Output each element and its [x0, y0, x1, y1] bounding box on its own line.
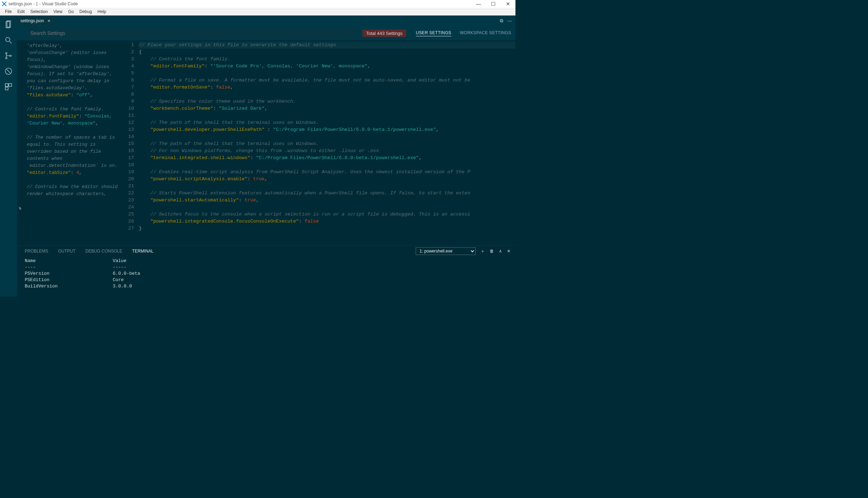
edit-pencil-icon[interactable]: ✎	[18, 205, 21, 212]
svg-point-6	[10, 55, 11, 56]
svg-rect-9	[5, 84, 8, 86]
menu-go[interactable]: Go	[65, 9, 77, 14]
svg-rect-11	[5, 87, 8, 90]
menu-view[interactable]: View	[50, 9, 65, 14]
code-line[interactable]: "editor.fontFamily": "'Source Code Pro',…	[139, 63, 370, 69]
split-editor-icon[interactable]: ⧉	[500, 18, 503, 24]
tab-close-icon[interactable]: ×	[48, 18, 50, 24]
vscode-logo-icon	[1, 1, 7, 7]
default-setting-line: // Controls how the editor should render…	[27, 183, 120, 198]
default-setting-line: "editor.tabSize": 4,	[27, 169, 120, 176]
more-actions-icon[interactable]: ⋯	[507, 18, 512, 24]
code-line[interactable]: {	[139, 49, 142, 55]
code-line[interactable]: "editor.formatOnSave": false,	[139, 85, 233, 90]
new-terminal-icon[interactable]: ＋	[481, 248, 485, 254]
default-setting-line: "editor.fontFamily": "Consolas, 'Courier…	[27, 113, 120, 127]
menu-edit[interactable]: Edit	[14, 9, 27, 14]
kill-terminal-icon[interactable]: 🗑	[490, 249, 494, 254]
bottom-panel: PROBLEMSOUTPUTDEBUG CONSOLETERMINAL 1: p…	[17, 245, 515, 297]
code-line[interactable]: // The path of the shell that the termin…	[139, 141, 319, 146]
window-title: settings.json - 1 - Visual Studio Code	[8, 1, 78, 6]
default-setting-line: "files.autoSave": "off",	[27, 92, 120, 99]
extensions-icon[interactable]	[0, 80, 17, 94]
maximize-panel-icon[interactable]: ∧	[499, 249, 502, 254]
default-setting-line	[27, 176, 120, 183]
tab-settings-json[interactable]: settings.json ×	[17, 16, 54, 26]
svg-rect-10	[9, 84, 12, 86]
menu-file[interactable]: File	[2, 9, 14, 14]
code-line[interactable]: // The path of the shell that the termin…	[139, 120, 319, 125]
editor-tab-bar: settings.json × ⧉ ⋯	[17, 16, 515, 26]
explorer-icon[interactable]	[0, 18, 17, 32]
default-settings-pane[interactable]: ✎ 'afterDelay','onFocusChange' (editor l…	[17, 40, 123, 245]
svg-line-3	[10, 41, 12, 43]
default-setting-line	[27, 99, 120, 106]
svg-point-2	[6, 37, 10, 42]
total-settings-badge: Total 443 Settings	[362, 30, 406, 37]
search-settings-input[interactable]	[27, 29, 358, 38]
panel-tab-problems[interactable]: PROBLEMS	[25, 249, 48, 254]
terminal-select[interactable]: 1: powershell.exe	[416, 247, 476, 255]
code-line[interactable]: "workbench.colorTheme": "Solarized Dark"…	[139, 106, 268, 111]
search-icon[interactable]	[0, 33, 17, 47]
default-setting-line: // The number of spaces a tab is equal t…	[27, 134, 120, 169]
panel-tabs: PROBLEMSOUTPUTDEBUG CONSOLETERMINAL 1: p…	[17, 246, 515, 256]
code-line[interactable]: "powershell.scriptAnalysis.enable": true…	[139, 176, 268, 182]
close-panel-icon[interactable]: ✕	[507, 249, 511, 254]
code-line[interactable]: // Place your settings in this file to o…	[139, 42, 515, 49]
panel-tab-terminal[interactable]: TERMINAL	[132, 249, 154, 254]
code-line[interactable]: "powershell.integratedConsole.focusConso…	[139, 219, 319, 224]
svg-point-5	[6, 57, 7, 59]
code-line[interactable]: }	[139, 226, 142, 231]
default-setting-line: 'onWindowChange' (window loses focus). I…	[27, 63, 120, 92]
line-gutter: 1 2 3 4 5 6 7 8 9 10 11 12 13 14 15 16 1…	[123, 40, 137, 245]
svg-point-4	[6, 53, 7, 54]
terminal-output[interactable]: Name Value ---- ----- PSVersion 6.0.0-be…	[17, 256, 515, 297]
debug-icon[interactable]	[0, 64, 17, 78]
tab-user-settings[interactable]: USER SETTINGS	[416, 30, 452, 36]
minimize-button[interactable]: —	[471, 1, 486, 7]
code-line[interactable]: // Starts PowerShell extension features …	[139, 190, 470, 196]
code-line[interactable]: // Specifies the color theme used in the…	[139, 99, 296, 104]
code-line[interactable]: // Switches focus to the console when a …	[139, 212, 470, 217]
code-line[interactable]: // For non Windows platforms, change thi…	[139, 148, 379, 153]
activity-bar	[0, 16, 17, 297]
tab-label: settings.json	[20, 18, 44, 23]
source-control-icon[interactable]	[0, 49, 17, 63]
menu-help[interactable]: Help	[95, 9, 109, 14]
panel-tab-debug-console[interactable]: DEBUG CONSOLE	[85, 249, 122, 254]
default-setting-line: 'afterDelay',	[27, 42, 120, 49]
default-setting-line: 'onFocusChange' (editor loses focus),	[27, 49, 120, 63]
settings-header: Total 443 Settings USER SETTINGS WORKSPA…	[17, 26, 515, 40]
code-line[interactable]: // Enables real-time script analysis fro…	[139, 169, 470, 175]
menu-debug[interactable]: Debug	[77, 9, 94, 14]
menubar: FileEditSelectionViewGoDebugHelp	[0, 8, 515, 16]
default-setting-line	[27, 127, 120, 134]
close-window-button[interactable]: ✕	[501, 1, 515, 7]
tab-workspace-settings[interactable]: WORKSPACE SETTINGS	[460, 30, 511, 36]
code-line[interactable]: // Format a file on save. A formatter mu…	[139, 78, 470, 83]
code-line[interactable]: "terminal.integrated.shell.windows": "C:…	[139, 155, 422, 160]
default-setting-line: // Controls the font family.	[27, 106, 120, 113]
code-line[interactable]: "powershell.startAutomatically": true,	[139, 198, 259, 203]
svg-line-8	[7, 69, 10, 73]
maximize-button[interactable]: ☐	[486, 1, 501, 7]
panel-tab-output[interactable]: OUTPUT	[58, 249, 75, 254]
user-settings-editor[interactable]: 1 2 3 4 5 6 7 8 9 10 11 12 13 14 15 16 1…	[123, 40, 515, 245]
titlebar: settings.json - 1 - Visual Studio Code —…	[0, 0, 515, 8]
code-line[interactable]: "powershell.developer.powerShellExePath"…	[139, 127, 439, 132]
menu-selection[interactable]: Selection	[27, 9, 50, 14]
code-area[interactable]: // Place your settings in this file to o…	[137, 40, 515, 245]
code-line[interactable]: // Controls the font family.	[139, 56, 230, 62]
